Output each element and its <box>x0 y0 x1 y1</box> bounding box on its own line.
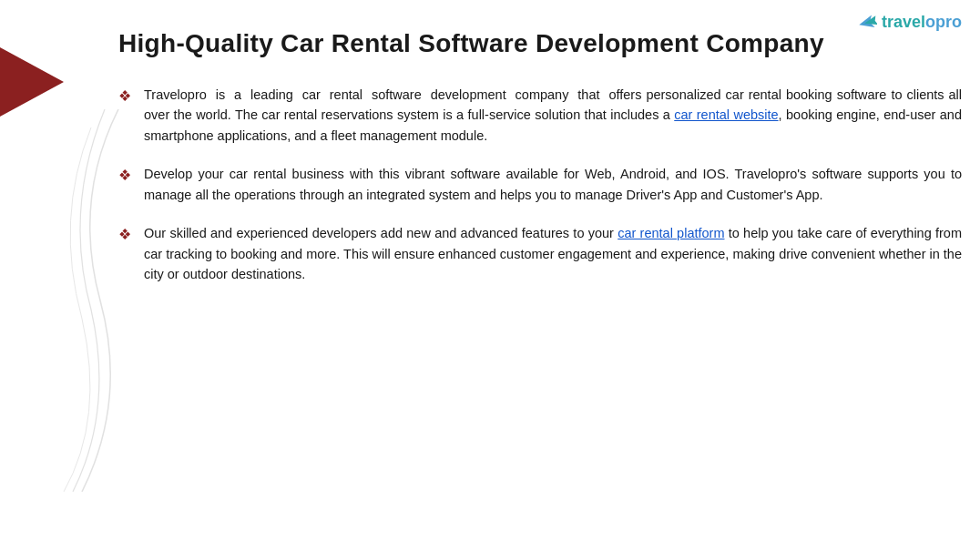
bullet-item-2: ❖ Develop your car rental business with … <box>118 164 962 205</box>
content-area: High-Quality Car Rental Software Develop… <box>118 27 962 532</box>
bullet-item-3: ❖ Our skilled and experienced developers… <box>118 223 962 284</box>
bullet-text-1: Travelopro is a leading car rental softw… <box>144 85 962 146</box>
slide-container: travelopro High-Quality Car Rental Softw… <box>0 0 980 550</box>
car-rental-platform-link[interactable]: car rental platform <box>618 226 724 240</box>
car-rental-website-link[interactable]: car rental website <box>674 107 778 122</box>
red-chevron-decoration <box>0 47 64 117</box>
bullet-text-3: Our skilled and experienced developers a… <box>144 223 962 284</box>
bullet-diamond-3: ❖ <box>118 224 135 247</box>
bullet-diamond-2: ❖ <box>118 165 135 188</box>
bullet-list: ❖ Travelopro is a leading car rental sof… <box>118 85 962 285</box>
bullet-text-2: Develop your car rental business with th… <box>144 164 962 205</box>
slide-title: High-Quality Car Rental Software Develop… <box>118 27 962 59</box>
bullet-item-1: ❖ Travelopro is a leading car rental sof… <box>118 85 962 146</box>
decorative-lines <box>55 109 128 492</box>
bullet-diamond-1: ❖ <box>118 86 135 108</box>
